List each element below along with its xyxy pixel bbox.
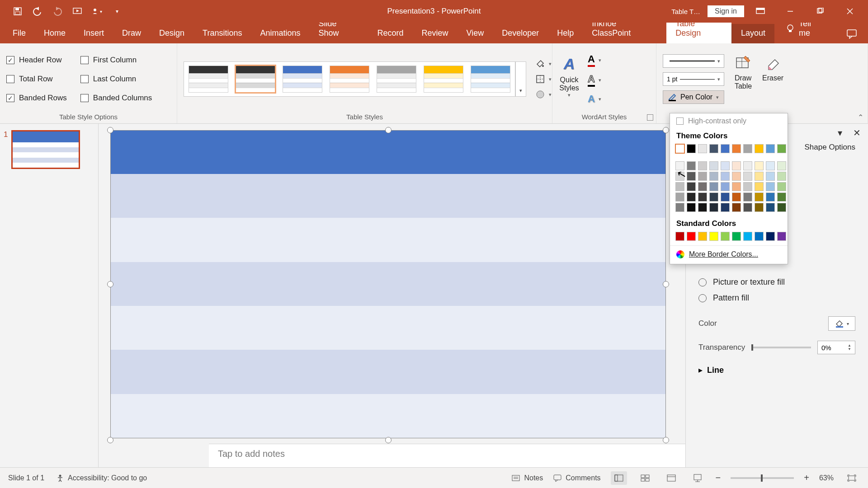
tab-design[interactable]: Design [150,24,193,43]
color-swatch[interactable] [777,203,786,212]
gallery-more-button[interactable]: ▾ [515,61,526,97]
transparency-slider[interactable] [751,347,811,348]
checkbox-banded-columns[interactable]: Banded Columns [80,94,152,103]
color-swatch[interactable] [743,182,752,191]
normal-view-button[interactable] [611,471,627,485]
color-swatch[interactable] [698,232,707,241]
shading-button[interactable]: ▾ [535,59,552,69]
accessibility-status[interactable]: Accessibility: Good to go [56,474,147,482]
text-effects-button[interactable]: A▾ [588,93,601,105]
tab-layout[interactable]: Layout [731,24,774,43]
tab-draw[interactable]: Draw [113,24,150,43]
color-swatch[interactable] [675,232,684,241]
tab-home[interactable]: Home [35,24,75,43]
color-swatch[interactable] [687,182,696,191]
color-swatch[interactable] [709,232,718,241]
color-swatch[interactable] [777,192,786,202]
reading-view-button[interactable] [663,471,679,485]
color-swatch[interactable] [721,182,730,191]
color-swatch[interactable] [743,172,752,181]
tell-me-search[interactable]: Tell me [774,19,835,43]
slide-canvas[interactable] [110,128,666,440]
color-swatch[interactable] [698,144,707,153]
sign-in-button[interactable]: Sign in [708,5,744,17]
tab-animations[interactable]: Animations [251,24,309,43]
color-swatch[interactable] [732,161,741,170]
pen-color-button[interactable]: Pen Color▾ [663,90,724,104]
zoom-out-button[interactable]: − [716,473,721,483]
comments-tab-icon[interactable] [835,29,868,43]
selection-handle[interactable] [107,281,113,287]
radio-pattern-fill[interactable]: Pattern fill [698,293,855,303]
zoom-slider[interactable] [731,477,794,479]
table-style-thumb[interactable] [189,66,228,93]
user-icon[interactable]: ▾ [92,6,102,16]
fit-to-window-button[interactable] [844,471,860,485]
color-swatch[interactable] [755,161,764,170]
color-swatch[interactable] [675,192,684,202]
color-swatch[interactable] [743,161,752,170]
color-swatch[interactable] [687,203,696,212]
color-swatch[interactable] [777,232,786,241]
radio-picture-fill[interactable]: Picture or texture fill [698,277,855,287]
color-swatch[interactable] [743,144,752,153]
color-swatch[interactable] [777,144,786,153]
color-swatch[interactable] [766,232,775,241]
color-swatch[interactable] [709,172,718,181]
color-swatch[interactable] [766,203,775,212]
tab-file[interactable]: File [4,24,35,43]
color-swatch[interactable] [675,203,684,212]
ribbon-display-options-icon[interactable] [747,0,774,23]
color-swatch[interactable] [698,172,707,181]
checkbox-first-column[interactable]: First Column [80,56,152,65]
color-swatch[interactable] [675,172,684,181]
table-style-thumb[interactable] [330,66,369,93]
color-swatch[interactable] [777,172,786,181]
color-swatch[interactable] [732,172,741,181]
qat-customize-icon[interactable]: ▾ [112,6,122,16]
save-icon[interactable] [13,6,23,16]
text-fill-button[interactable]: A▾ [588,53,601,67]
color-swatch[interactable] [675,144,684,153]
color-swatch[interactable] [709,144,718,153]
color-swatch[interactable] [721,192,730,202]
color-swatch[interactable] [732,144,741,153]
color-swatch[interactable] [687,161,696,170]
color-swatch[interactable] [755,232,764,241]
table-style-thumb[interactable] [424,66,463,93]
color-swatch[interactable] [698,203,707,212]
draw-table-button[interactable]: Draw Table [734,54,752,90]
slide-thumbnail-1[interactable] [11,130,80,169]
tab-transitions[interactable]: Transitions [193,24,251,43]
selection-handle[interactable] [385,127,392,133]
color-swatch[interactable] [743,232,752,241]
tab-help[interactable]: Help [548,24,583,43]
color-swatch[interactable] [709,161,718,170]
notes-toggle[interactable]: Notes [511,474,543,482]
slideshow-view-button[interactable] [689,471,706,485]
color-swatch[interactable] [777,182,786,191]
start-from-beginning-icon[interactable] [72,6,82,16]
high-contrast-toggle[interactable]: High-contrast only [670,113,788,129]
text-outline-button[interactable]: A▾ [588,73,601,87]
color-swatch[interactable] [766,182,775,191]
pane-close-icon[interactable]: ✕ [853,127,861,138]
tab-developer[interactable]: Developer [493,24,548,43]
quick-styles-button[interactable]: A [559,53,580,74]
table-styles-gallery[interactable] [184,61,515,97]
color-swatch[interactable] [766,192,775,202]
color-swatch[interactable] [698,182,707,191]
dialog-launcher-icon[interactable] [647,114,653,121]
checkbox-last-column[interactable]: Last Column [80,75,152,84]
tab-view[interactable]: View [458,24,493,43]
line-section-toggle[interactable]: ▸Line [698,365,855,375]
pen-weight-combo[interactable]: 1 pt▾ [663,72,724,86]
color-swatch[interactable] [755,203,764,212]
table-style-thumb[interactable] [283,66,322,93]
slide-editor[interactable]: ▾ Tap to add notes [99,124,685,467]
color-swatch[interactable] [687,232,696,241]
zoom-level[interactable]: 63% [819,474,834,482]
color-swatch[interactable] [721,161,730,170]
checkbox-banded-rows[interactable]: Banded Rows [6,94,67,103]
color-swatch[interactable] [721,232,730,241]
